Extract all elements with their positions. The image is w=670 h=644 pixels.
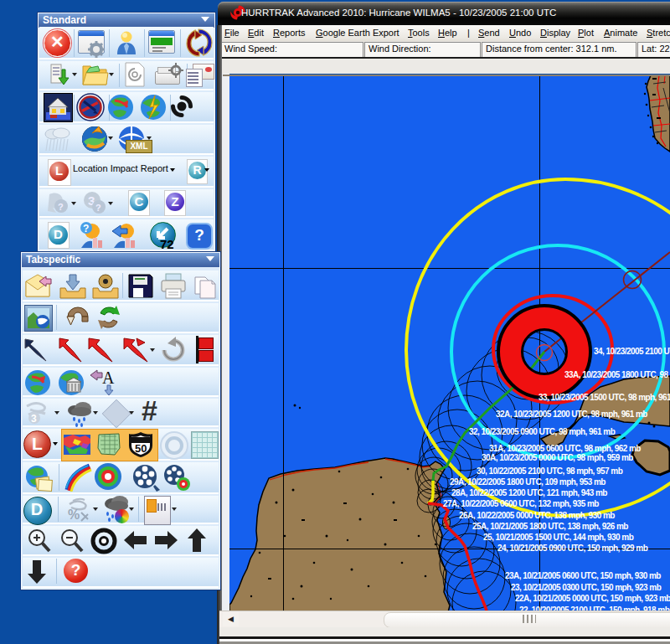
svg-text:24, 10/21/2005 0900 UTC, 150 m: 24, 10/21/2005 0900 UTC, 150 mph, 929 mb: [497, 544, 648, 553]
svg-text:27A, 10/22/2005 0600 UTC, 132: 27A, 10/22/2005 0600 UTC, 132 mph, 935 m…: [443, 499, 599, 508]
svg-text:30, 10/22/2005 2100 UTC, 98 mp: 30, 10/22/2005 2100 UTC, 98 mph, 957 mb: [477, 466, 623, 476]
svg-text:31A, 10/23/2005 0600 UTC, 98 m: 31A, 10/23/2005 0600 UTC, 98 mph, 962 mb: [489, 444, 641, 453]
svg-text:?: ?: [95, 203, 101, 213]
svg-text:25A, 10/21/2005 1800 UTC, 138: 25A, 10/21/2005 1800 UTC, 138 mph, 926 m…: [472, 522, 628, 531]
svg-text:23, 10/21/2005 0300 UTC, 150 m: 23, 10/21/2005 0300 UTC, 150 mph, 923 mb: [511, 583, 662, 592]
svg-text:32A, 10/23/2005 1200 UTC, 98 m: 32A, 10/23/2005 1200 UTC, 98 mph, 961 mb: [496, 410, 647, 419]
svg-text:50: 50: [135, 442, 147, 455]
svg-text:A: A: [102, 368, 115, 387]
svg-text:?: ?: [83, 223, 89, 234]
svg-text:33, 10/23/2005 1500 UTC, 98 mp: 33, 10/23/2005 1500 UTC, 98 mph, 961 mb: [539, 393, 670, 402]
svg-text:%: %: [68, 507, 80, 522]
svg-text:?: ?: [58, 202, 64, 212]
svg-text:33A, 10/23/2005 1800 UTC, 98 m: 33A, 10/23/2005 1800 UTC, 98 mph, 961 mb: [564, 370, 670, 379]
svg-text:28A, 10/22/2005 1200 UTC, 121: 28A, 10/22/2005 1200 UTC, 121 mph, 943 m…: [451, 488, 607, 497]
svg-text:23A, 10/21/2005 0600 UTC, 150: 23A, 10/21/2005 0600 UTC, 150 mph, 930 m…: [505, 571, 661, 580]
svg-text:3: 3: [31, 413, 37, 425]
svg-text:26A, 10/22/2005 0000 UTC, 138: 26A, 10/22/2005 0000 UTC, 138 mph, 930 m…: [459, 511, 615, 520]
svg-text:34, 10/23/2005 2100 UTC, 98 mp: 34, 10/23/2005 2100 UTC, 98 mph, 961 mb: [594, 347, 670, 356]
svg-text:30A, 10/23/2005 0000 UTC, 98 m: 30A, 10/23/2005 0000 UTC, 98 mph, 959 mb: [482, 453, 633, 462]
svg-text:29A, 10/22/2005 1800 UTC, 109: 29A, 10/22/2005 1800 UTC, 109 mph, 953 m…: [450, 477, 606, 487]
svg-text:22A, 10/21/2005 0000 UTC, 150: 22A, 10/21/2005 0000 UTC, 150 mph, 923 m…: [515, 594, 670, 603]
svg-text:32, 10/23/2005 0900 UTC, 98 mp: 32, 10/23/2005 0900 UTC, 98 mph, 961 mb: [469, 427, 616, 436]
svg-text:25, 10/21/2005 1500 UTC, 144 m: 25, 10/21/2005 1500 UTC, 144 mph, 930 mb: [483, 533, 634, 542]
